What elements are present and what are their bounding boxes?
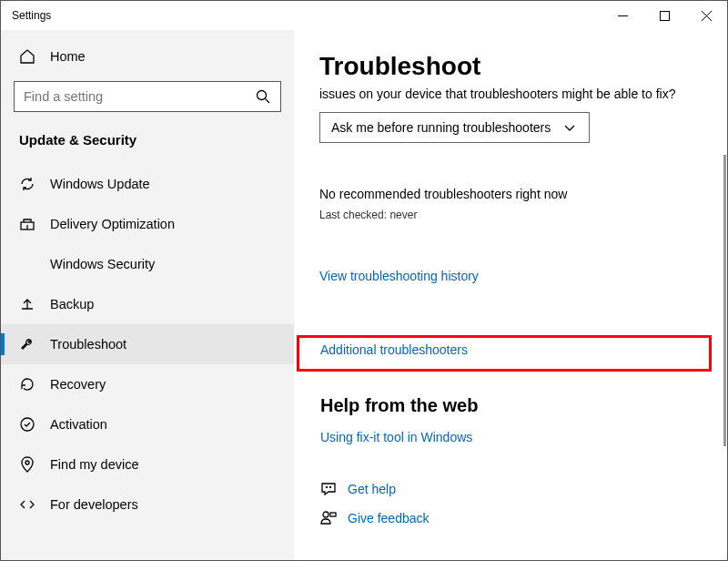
search-icon: [255, 88, 271, 105]
page-subtitle: issues on your device that troubleshoote…: [319, 87, 700, 101]
window-controls: [602, 1, 727, 30]
dropdown-value: Ask me before running troubleshooters: [331, 120, 551, 135]
home-icon: [19, 48, 35, 65]
chevron-down-icon: [561, 119, 578, 136]
nav-label: For developers: [50, 497, 138, 512]
nav-troubleshoot[interactable]: Troubleshoot: [1, 324, 294, 364]
nav-find-my-device[interactable]: Find my device: [1, 444, 294, 484]
status-main: No recommended troubleshooters right now: [319, 187, 700, 201]
troubleshooter-preference-dropdown[interactable]: Ask me before running troubleshooters: [319, 112, 590, 143]
svg-point-4: [258, 91, 267, 100]
svg-point-11: [323, 512, 329, 517]
svg-rect-1: [660, 11, 669, 20]
home-label: Home: [50, 49, 86, 64]
minimize-button[interactable]: [602, 1, 643, 30]
nav-windows-security[interactable]: Windows Security: [1, 244, 294, 284]
nav-recovery[interactable]: Recovery: [1, 364, 294, 404]
nav-delivery-optimization[interactable]: Delivery Optimization: [1, 204, 294, 244]
nav-label: Windows Security: [50, 257, 155, 271]
nav-label: Windows Update: [50, 177, 150, 191]
nav-backup[interactable]: Backup: [1, 284, 294, 324]
svg-point-7: [21, 418, 34, 431]
nav-label: Troubleshoot: [50, 337, 126, 352]
feedback-icon: [320, 510, 337, 526]
fixit-link[interactable]: Using fix-it tool in Windows: [320, 430, 472, 444]
sync-icon: [19, 176, 35, 192]
svg-rect-12: [330, 513, 336, 516]
help-section-title: Help from the web: [320, 395, 478, 416]
nav-label: Backup: [50, 297, 94, 311]
delivery-icon: [19, 216, 35, 232]
status-sub: Last checked: never: [319, 209, 700, 221]
maximize-button[interactable]: [643, 1, 685, 30]
search-input[interactable]: [24, 89, 255, 104]
nav-for-developers[interactable]: For developers: [1, 484, 294, 525]
close-button[interactable]: [685, 1, 727, 30]
code-icon: [19, 496, 35, 513]
nav-activation[interactable]: Activation: [1, 404, 294, 444]
page-title: Troubleshoot: [319, 52, 700, 81]
give-feedback-link[interactable]: Give feedback: [320, 510, 430, 526]
window-title: Settings: [12, 9, 51, 22]
nav-label: Delivery Optimization: [50, 217, 175, 231]
titlebar: Settings: [1, 1, 727, 30]
location-icon: [19, 456, 35, 473]
feedback-label: Give feedback: [348, 511, 430, 525]
section-header: Update & Security: [1, 125, 294, 164]
search-box[interactable]: [14, 81, 281, 112]
svg-point-10: [330, 487, 331, 488]
additional-troubleshooters-link[interactable]: Additional troubleshooters: [320, 342, 468, 357]
get-help-label: Get help: [348, 482, 396, 496]
chat-icon: [320, 481, 337, 497]
svg-point-9: [327, 487, 328, 488]
history-link[interactable]: View troubleshooting history: [319, 269, 700, 283]
nav-label: Activation: [50, 417, 107, 432]
recovery-icon: [19, 376, 35, 393]
sidebar: Home Update & Security Windows Update De…: [1, 30, 294, 560]
scrollbar[interactable]: [723, 155, 726, 446]
nav-label: Find my device: [50, 457, 139, 472]
backup-icon: [19, 296, 35, 312]
nav-windows-update[interactable]: Windows Update: [1, 164, 294, 204]
home-nav[interactable]: Home: [1, 39, 294, 74]
wrench-icon: [19, 336, 35, 352]
svg-line-5: [266, 99, 270, 104]
nav-label: Recovery: [50, 377, 106, 392]
svg-point-8: [25, 461, 29, 464]
shield-icon: [19, 256, 35, 272]
get-help-link[interactable]: Get help: [320, 481, 430, 497]
check-circle-icon: [19, 416, 35, 433]
